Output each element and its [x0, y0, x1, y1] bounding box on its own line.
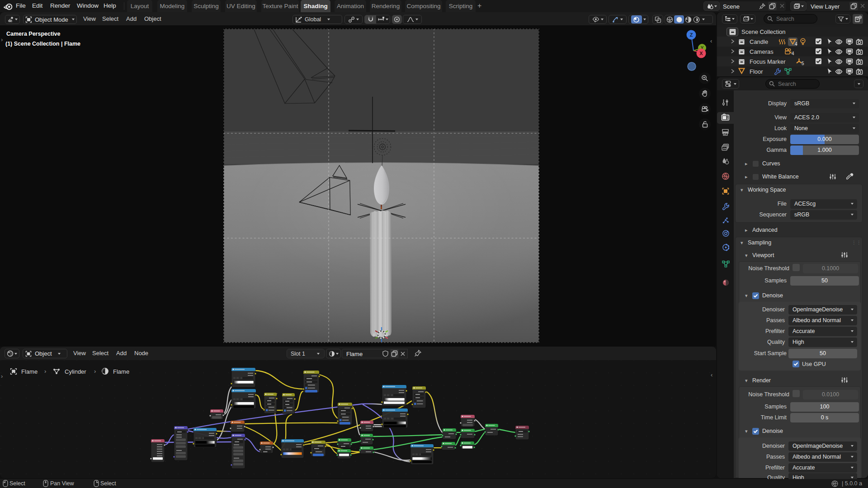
- svg-text:X: X: [699, 51, 703, 56]
- svg-text:Z: Z: [690, 32, 693, 38]
